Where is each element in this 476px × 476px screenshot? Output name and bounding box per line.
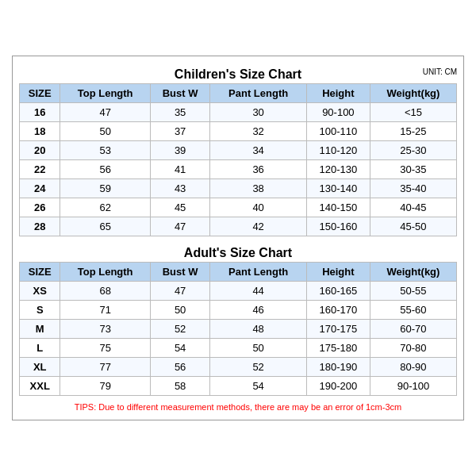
table-cell: 43 bbox=[150, 179, 210, 198]
table-cell: 47 bbox=[150, 282, 210, 301]
table-cell: 50 bbox=[150, 301, 210, 320]
table-cell: <15 bbox=[370, 103, 456, 122]
table-cell: 36 bbox=[210, 160, 307, 179]
table-cell: 34 bbox=[210, 141, 307, 160]
table-cell: XXL bbox=[20, 377, 60, 396]
table-cell: 16 bbox=[20, 103, 60, 122]
table-cell: 75 bbox=[60, 339, 150, 358]
table-cell: 100-110 bbox=[306, 122, 370, 141]
table-cell: 79 bbox=[60, 377, 150, 396]
children-col-header: Bust W bbox=[150, 84, 210, 103]
table-cell: 150-160 bbox=[306, 217, 370, 236]
table-row: 20533934110-12025-30 bbox=[20, 141, 457, 160]
adult-section-title: Adult's Size Chart bbox=[19, 241, 457, 262]
table-cell: 54 bbox=[210, 377, 307, 396]
adult-header-row: SIZETop LengthBust WPant LengthHeightWei… bbox=[20, 263, 457, 282]
table-cell: 130-140 bbox=[306, 179, 370, 198]
table-cell: 73 bbox=[60, 320, 150, 339]
table-cell: XS bbox=[20, 282, 60, 301]
adult-col-header: Height bbox=[306, 263, 370, 282]
table-row: 22564136120-13030-35 bbox=[20, 160, 457, 179]
table-row: L755450175-18070-80 bbox=[20, 339, 457, 358]
table-cell: 22 bbox=[20, 160, 60, 179]
table-cell: 15-25 bbox=[370, 122, 456, 141]
table-cell: XL bbox=[20, 358, 60, 377]
table-cell: 35 bbox=[150, 103, 210, 122]
children-col-header: Pant Length bbox=[210, 84, 307, 103]
children-header-row: SIZETop LengthBust WPant LengthHeightWei… bbox=[20, 84, 457, 103]
chart-container: Children's Size Chart UNIT: CM SIZETop L… bbox=[12, 56, 464, 420]
table-row: S715046160-17055-60 bbox=[20, 301, 457, 320]
table-cell: 140-150 bbox=[306, 198, 370, 217]
table-cell: 46 bbox=[210, 301, 307, 320]
table-cell: 60-70 bbox=[370, 320, 456, 339]
table-cell: 37 bbox=[150, 122, 210, 141]
table-cell: 175-180 bbox=[306, 339, 370, 358]
table-cell: 18 bbox=[20, 122, 60, 141]
table-cell: 32 bbox=[210, 122, 307, 141]
table-cell: 58 bbox=[150, 377, 210, 396]
table-cell: 45-50 bbox=[370, 217, 456, 236]
adult-title-text: Adult's Size Chart bbox=[184, 246, 292, 259]
table-cell: 71 bbox=[60, 301, 150, 320]
tips-text: TIPS: Due to different measurement metho… bbox=[19, 401, 457, 413]
table-cell: S bbox=[20, 301, 60, 320]
adult-table-body: XS684744160-16550-55S715046160-17055-60M… bbox=[20, 282, 457, 396]
table-cell: 44 bbox=[210, 282, 307, 301]
table-cell: 90-100 bbox=[370, 377, 456, 396]
unit-label: UNIT: CM bbox=[423, 67, 457, 76]
table-cell: 48 bbox=[210, 320, 307, 339]
children-col-header: Weight(kg) bbox=[370, 84, 456, 103]
table-cell: 28 bbox=[20, 217, 60, 236]
table-cell: 20 bbox=[20, 141, 60, 160]
table-row: XS684744160-16550-55 bbox=[20, 282, 457, 301]
table-cell: 110-120 bbox=[306, 141, 370, 160]
table-row: 26624540140-15040-45 bbox=[20, 198, 457, 217]
children-table-header: SIZETop LengthBust WPant LengthHeightWei… bbox=[20, 84, 457, 103]
table-cell: 42 bbox=[210, 217, 307, 236]
adult-col-header: Top Length bbox=[60, 263, 150, 282]
table-row: 18503732100-11015-25 bbox=[20, 122, 457, 141]
table-cell: 41 bbox=[150, 160, 210, 179]
table-cell: 47 bbox=[60, 103, 150, 122]
children-table: SIZETop LengthBust WPant LengthHeightWei… bbox=[19, 83, 457, 236]
table-cell: 50 bbox=[210, 339, 307, 358]
children-col-header: Top Length bbox=[60, 84, 150, 103]
table-row: 24594338130-14035-40 bbox=[20, 179, 457, 198]
table-cell: 52 bbox=[150, 320, 210, 339]
table-cell: 52 bbox=[210, 358, 307, 377]
table-cell: 50 bbox=[60, 122, 150, 141]
table-cell: 77 bbox=[60, 358, 150, 377]
table-cell: M bbox=[20, 320, 60, 339]
adult-table: SIZETop LengthBust WPant LengthHeightWei… bbox=[19, 262, 457, 396]
table-cell: 180-190 bbox=[306, 358, 370, 377]
table-cell: 47 bbox=[150, 217, 210, 236]
children-title-text: Children's Size Chart bbox=[175, 67, 301, 81]
table-row: XXL795854190-20090-100 bbox=[20, 377, 457, 396]
table-row: M735248170-17560-70 bbox=[20, 320, 457, 339]
adult-col-header: SIZE bbox=[20, 263, 60, 282]
table-cell: 56 bbox=[150, 358, 210, 377]
table-cell: 38 bbox=[210, 179, 307, 198]
table-cell: 62 bbox=[60, 198, 150, 217]
table-cell: 160-170 bbox=[306, 301, 370, 320]
children-section-title: Children's Size Chart UNIT: CM bbox=[19, 63, 457, 83]
table-cell: 70-80 bbox=[370, 339, 456, 358]
children-col-header: Height bbox=[306, 84, 370, 103]
table-cell: 160-165 bbox=[306, 282, 370, 301]
table-cell: L bbox=[20, 339, 60, 358]
table-cell: 120-130 bbox=[306, 160, 370, 179]
table-cell: 56 bbox=[60, 160, 150, 179]
table-cell: 35-40 bbox=[370, 179, 456, 198]
children-table-body: 1647353090-100<1518503732100-11015-25205… bbox=[20, 103, 457, 236]
table-cell: 53 bbox=[60, 141, 150, 160]
table-cell: 170-175 bbox=[306, 320, 370, 339]
table-row: 1647353090-100<15 bbox=[20, 103, 457, 122]
adult-col-header: Weight(kg) bbox=[370, 263, 456, 282]
table-cell: 30-35 bbox=[370, 160, 456, 179]
table-cell: 55-60 bbox=[370, 301, 456, 320]
table-cell: 40-45 bbox=[370, 198, 456, 217]
table-row: XL775652180-19080-90 bbox=[20, 358, 457, 377]
children-col-header: SIZE bbox=[20, 84, 60, 103]
table-cell: 50-55 bbox=[370, 282, 456, 301]
